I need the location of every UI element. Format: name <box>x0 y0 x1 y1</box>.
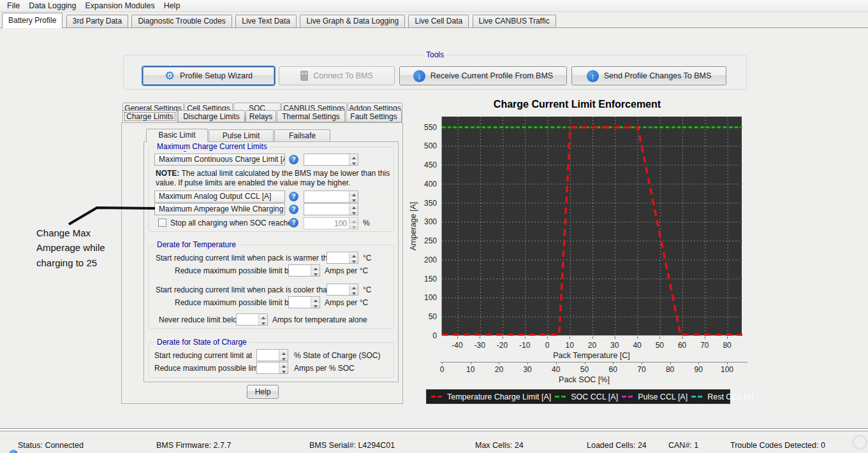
tab-live-canbus-traffic[interactable]: Live CANBUS Traffic <box>473 15 556 27</box>
gear-icon: ⚙ <box>165 70 175 82</box>
spin-down-button[interactable] <box>349 160 358 166</box>
menu-data-logging[interactable]: Data Logging <box>24 0 80 11</box>
help-icon[interactable]: ? <box>289 155 298 164</box>
help-icon[interactable]: ? <box>289 218 298 227</box>
temperature-tick-label: -40 <box>446 341 468 350</box>
tick-mark <box>659 336 660 339</box>
max-analog-output-ccl-label[interactable]: Maximum Analog Output CCL [A] <box>154 191 285 203</box>
tick-mark <box>698 362 699 364</box>
spin-up-button[interactable] <box>311 297 320 303</box>
profile-setup-wizard-button[interactable]: ⚙ Profile Setup Wizard <box>142 66 275 85</box>
spin-up-button[interactable] <box>349 191 358 197</box>
legend-label: Rest CCL [A] <box>707 392 753 401</box>
help-button[interactable]: Help <box>247 385 279 399</box>
tab-fault-settings[interactable]: Fault Settings <box>346 110 402 122</box>
send-profile-button[interactable]: ↑ Send Profile Changes To BMS <box>571 66 726 85</box>
temperature-tick-label: -30 <box>469 341 490 350</box>
green-dash-swatch <box>555 396 568 398</box>
legend-item: Pulse CCL [A] <box>622 392 688 401</box>
spin-up-button[interactable] <box>349 204 358 210</box>
stop-charging-soc-checkbox[interactable] <box>158 219 166 227</box>
menu-help[interactable]: Help <box>159 0 185 11</box>
warmer-than-input[interactable] <box>327 252 358 264</box>
tick-mark <box>503 336 503 339</box>
soc-start-input[interactable] <box>256 349 288 361</box>
tab-3rd-party-data[interactable]: 3rd Party Data <box>66 15 128 27</box>
temperature-tick-label: 60 <box>672 341 693 350</box>
warmer-reduce-input[interactable] <box>288 264 320 277</box>
tab-basic-limit-settings[interactable]: Basic Limit Settings <box>146 129 208 142</box>
tick-mark <box>471 362 471 364</box>
spin-down-button[interactable] <box>311 303 320 308</box>
help-icon[interactable]: ? <box>289 205 298 214</box>
input-value[interactable] <box>327 252 349 263</box>
tick-mark <box>570 336 570 339</box>
tab-live-cell-data[interactable]: Live Cell Data <box>408 15 469 27</box>
tab-live-graph-data-logging[interactable]: Live Graph & Data Logging <box>300 15 405 27</box>
spin-down-button[interactable] <box>259 320 267 326</box>
input-value[interactable] <box>327 284 349 295</box>
chart-title: Charge Current Limit Enforcement <box>415 99 740 110</box>
max-analog-output-ccl-input[interactable] <box>304 191 358 203</box>
tab-relays[interactable]: Relays <box>246 110 276 122</box>
spin-up-button[interactable] <box>311 265 320 271</box>
input-value[interactable] <box>304 204 349 215</box>
cooler-than-input[interactable] <box>327 284 358 296</box>
input-value[interactable] <box>304 154 349 165</box>
tick-mark <box>442 362 443 364</box>
y-tick-label: 50 <box>416 312 437 321</box>
tab-diagnostic-trouble-codes[interactable]: Diagnostic Trouble Codes <box>131 15 232 27</box>
input-value[interactable] <box>237 314 258 325</box>
spinner-circle-icon <box>852 435 867 450</box>
menu-expansion-modules[interactable]: Expansion Modules <box>81 0 159 11</box>
spin-up-button[interactable] <box>259 314 267 320</box>
max-amperage-while-charging-input[interactable] <box>304 203 358 215</box>
input-value[interactable] <box>257 350 279 361</box>
spin-down-button[interactable] <box>279 368 288 374</box>
spin-down-button[interactable] <box>349 197 358 203</box>
spin-down-button[interactable] <box>349 210 358 215</box>
soc-axis-label: Pack SOC [%] <box>418 375 750 384</box>
menu-bar: File Data Logging Expansion Modules Help <box>0 0 868 12</box>
max-continuous-charge-limit-label[interactable]: Maximum Continuous Charge Limit [A] <box>154 154 285 166</box>
spin-up-button[interactable] <box>349 284 358 290</box>
y-tick-label: 350 <box>416 199 437 208</box>
spin-up-button[interactable] <box>349 252 358 258</box>
down-arrow-icon: ↓ <box>413 70 425 82</box>
tab-live-text-data[interactable]: Live Text Data <box>235 15 297 27</box>
soc-tick-label: 40 <box>545 365 567 374</box>
spin-up-button[interactable] <box>349 154 358 160</box>
max-amperage-while-charging-label[interactable]: Maximum Amperage While Charging [A] <box>154 203 285 215</box>
receive-profile-button[interactable]: ↓ Receive Current Profile From BMS <box>399 66 567 85</box>
spin-up-button[interactable] <box>279 350 288 356</box>
menu-file[interactable]: File <box>3 0 24 11</box>
spin-down-button[interactable] <box>279 356 288 361</box>
soc-reduce-input[interactable] <box>256 362 288 374</box>
input-value[interactable] <box>304 191 349 202</box>
never-reduce-input[interactable] <box>236 313 268 326</box>
tab-thermal-settings[interactable]: Thermal Settings <box>277 110 345 122</box>
cooler-reduce-input[interactable] <box>288 296 320 308</box>
help-icon[interactable]: ? <box>289 192 298 201</box>
input-value[interactable] <box>257 363 279 373</box>
tab-failsafe-settings[interactable]: Failsafe Settings <box>274 129 330 142</box>
spin-down-button[interactable] <box>349 290 358 296</box>
tab-charge-limits[interactable]: Charge Limits <box>122 110 177 123</box>
tick-mark <box>592 336 593 339</box>
focus-rectangle <box>124 112 175 121</box>
spin-up-button <box>349 218 358 224</box>
input-value[interactable] <box>289 297 311 308</box>
input-value[interactable] <box>289 265 311 276</box>
max-charge-current-limits-group: Maximum Charge Current Limits Maximum Co… <box>149 147 394 232</box>
spin-down-button[interactable] <box>311 271 320 277</box>
spin-down-button[interactable] <box>349 258 358 264</box>
tab-pulse-limit-settings[interactable]: Pulse Limit Settings <box>209 129 274 142</box>
max-continuous-charge-limit-input[interactable] <box>304 154 358 166</box>
cutoff-blue-icon <box>9 450 18 453</box>
spin-up-button[interactable] <box>279 363 288 368</box>
tab-battery-profile[interactable]: Battery Profile <box>2 13 63 28</box>
main-tab-strip: Battery Profile 3rd Party Data Diagnosti… <box>0 12 868 28</box>
tab-discharge-limits[interactable]: Discharge Limits <box>178 110 245 122</box>
amps-per-c-unit-label: Amps per °C <box>325 266 368 275</box>
y-tick-label: 550 <box>416 123 437 132</box>
